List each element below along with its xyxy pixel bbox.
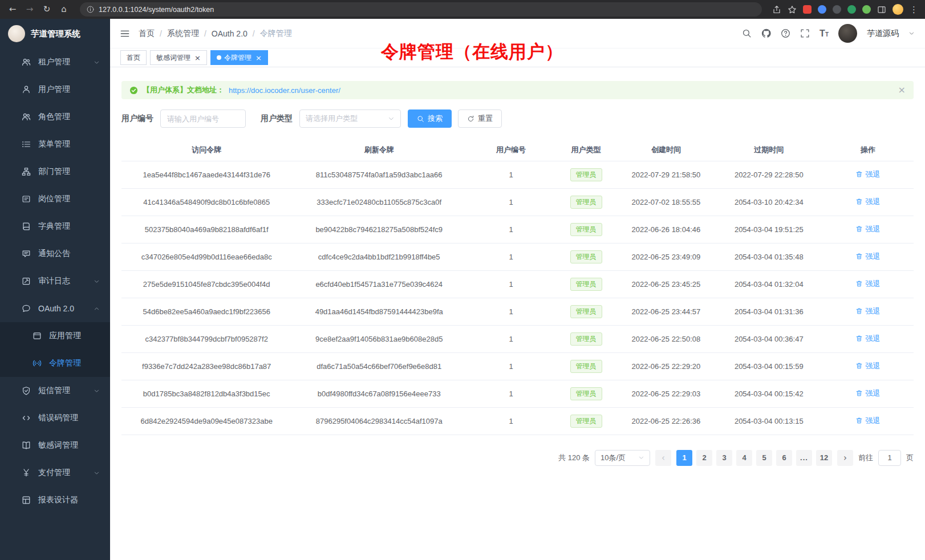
more-pages-button[interactable]: ... [796, 450, 812, 466]
sidebar-item-report[interactable]: 报表设计器 [0, 486, 110, 514]
force-logout-button[interactable]: 强退 [855, 169, 880, 180]
alert-doc-link[interactable]: https://doc.iocoder.cn/user-center/ [229, 86, 340, 95]
extension-puzzle-icon[interactable] [862, 5, 871, 14]
site-info-icon[interactable] [87, 6, 94, 13]
sidebar-item-error-code[interactable]: 错误码管理 [0, 404, 110, 432]
page-button[interactable]: 2 [696, 450, 712, 466]
force-logout-button[interactable]: 强退 [855, 279, 880, 289]
menu-collapse-icon[interactable] [120, 29, 129, 38]
browser-back-icon[interactable]: ← [7, 4, 18, 15]
search-icon [417, 115, 424, 123]
extension-red-icon[interactable] [803, 5, 812, 14]
extension-dark-icon[interactable] [833, 5, 841, 14]
reset-button[interactable]: 重置 [458, 109, 502, 128]
force-logout-button[interactable]: 强退 [855, 416, 880, 426]
sidebar-item-notice[interactable]: 通知公告 [0, 240, 110, 267]
action-cell: 强退 [822, 188, 914, 216]
tab-label: 敏感词管理 [156, 53, 190, 63]
expire-time-cell: 2054-03-04 00:36:47 [716, 325, 822, 352]
force-logout-button[interactable]: 强退 [855, 334, 880, 344]
browser-menu-icon[interactable]: ⋮ [910, 5, 918, 15]
bookmark-star-icon[interactable] [788, 5, 797, 14]
url-bar[interactable]: 127.0.0.1:1024/system/oauth2/token [80, 2, 762, 17]
search-icon[interactable] [742, 29, 752, 38]
force-logout-button[interactable]: 强退 [855, 388, 880, 399]
user-type-badge: 管理员 [570, 387, 602, 400]
sidebar-item-dept[interactable]: 部门管理 [0, 158, 110, 185]
extension-green-icon[interactable] [847, 5, 856, 14]
page-button[interactable]: 1 [676, 450, 692, 466]
chevron-down-icon[interactable] [908, 30, 915, 36]
alert-close-icon[interactable]: × [898, 86, 906, 95]
sidebar-item-oauth2[interactable]: OAuth 2.0 [0, 295, 110, 322]
user-id-cell: 1 [466, 352, 555, 380]
sidebar-item-tenant[interactable]: 租户管理 [0, 48, 110, 76]
browser-reload-icon[interactable]: ↻ [41, 4, 52, 15]
page-button[interactable]: 5 [756, 450, 772, 466]
sidebar-item-app[interactable]: 应用管理 [0, 322, 110, 350]
force-logout-button[interactable]: 强退 [855, 306, 880, 316]
tab-home[interactable]: 首页 [120, 50, 147, 65]
sidebar-item-label: 敏感词管理 [38, 440, 100, 451]
side-panel-icon[interactable] [877, 5, 886, 14]
sidebar-item-post[interactable]: 岗位管理 [0, 185, 110, 213]
user-id-cell: 1 [466, 216, 555, 243]
share-icon[interactable] [772, 5, 781, 14]
tab-sensitive-word[interactable]: 敏感词管理× [150, 50, 207, 65]
browser-home-icon[interactable]: ⌂ [58, 4, 70, 15]
sidebar-item-role[interactable]: 角色管理 [0, 103, 110, 131]
breadcrumb-item[interactable]: 首页 [139, 29, 155, 39]
comment-icon [22, 249, 31, 258]
extension-blue-icon[interactable] [818, 5, 826, 14]
user-avatar[interactable] [838, 24, 857, 43]
chevron-up-icon [94, 306, 100, 312]
search-button[interactable]: 搜索 [408, 109, 452, 128]
refresh-token-cell: e6cfd40eb1f54571a31e775e039c4624 [291, 270, 466, 298]
force-logout-button[interactable]: 强退 [855, 251, 880, 262]
user-icon [22, 85, 31, 94]
font-size-icon[interactable]: TT [819, 29, 829, 38]
sidebar-item-token[interactable]: 令牌管理 [0, 350, 110, 377]
browser-forward-icon[interactable]: → [24, 4, 35, 15]
sidebar-item-user[interactable]: 用户管理 [0, 76, 110, 103]
sidebar-item-label: 用户管理 [38, 84, 100, 95]
user-name[interactable]: 芋道源码 [867, 29, 899, 39]
sidebar-item-sensitive-word[interactable]: 敏感词管理 [0, 432, 110, 459]
github-icon[interactable] [761, 29, 771, 38]
create-time-cell: 2022-07-29 21:58:50 [616, 161, 716, 188]
page-button[interactable]: 6 [776, 450, 792, 466]
sidebar-item-dict[interactable]: 字典管理 [0, 213, 110, 240]
sidebar-item-audit-log[interactable]: 审计日志 [0, 267, 110, 295]
force-logout-button[interactable]: 强退 [855, 224, 880, 234]
active-tab-dot-icon [217, 55, 221, 60]
sidebar-item-label: 报表设计器 [38, 495, 100, 505]
page-button[interactable]: 4 [736, 450, 752, 466]
tab-close-icon[interactable]: × [194, 54, 201, 62]
help-icon[interactable] [781, 29, 790, 38]
tab-close-icon[interactable]: × [255, 54, 262, 62]
next-page-button[interactable]: › [837, 450, 853, 466]
sidebar-item-label: 应用管理 [49, 331, 100, 341]
goto-page-input[interactable] [878, 450, 901, 466]
tab-token[interactable]: 令牌管理× [210, 50, 268, 65]
breadcrumb-item[interactable]: OAuth 2.0 [212, 29, 248, 38]
user-id-input[interactable] [160, 109, 246, 128]
sidebar-item-sms[interactable]: 短信管理 [0, 377, 110, 404]
user-type-select[interactable]: 请选择用户类型 [299, 109, 401, 128]
prev-page-button[interactable]: ‹ [655, 450, 671, 466]
page-button[interactable]: 12 [816, 450, 832, 466]
create-time-cell: 2022-06-25 22:50:08 [616, 325, 716, 352]
fullscreen-icon[interactable] [800, 29, 810, 38]
browser-profile-icon[interactable] [892, 4, 903, 15]
breadcrumb-item: 令牌管理 [260, 29, 292, 39]
access-token-cell: c347026e805e4d99b0d116eae66eda8c [121, 243, 291, 270]
force-logout-button[interactable]: 强退 [855, 361, 880, 371]
create-time-cell: 2022-06-26 18:04:46 [616, 216, 716, 243]
sidebar-item-pay[interactable]: 支付管理 [0, 459, 110, 486]
sidebar-item-menu[interactable]: 菜单管理 [0, 131, 110, 158]
page-size-select[interactable]: 10条/页 [595, 450, 650, 466]
breadcrumb-item[interactable]: 系统管理 [167, 29, 199, 39]
app-logo[interactable]: 芋道管理系统 [0, 19, 110, 48]
page-button[interactable]: 3 [716, 450, 732, 466]
force-logout-button[interactable]: 强退 [855, 197, 880, 207]
